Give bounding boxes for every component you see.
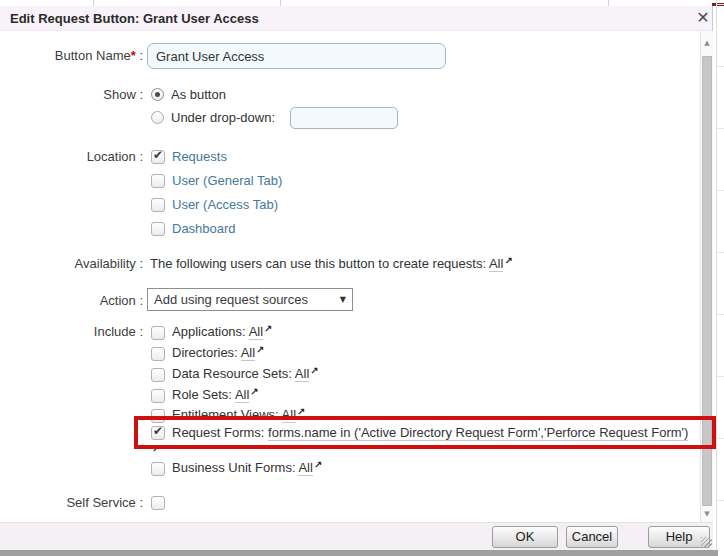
dialog-bottom-edge	[0, 550, 718, 556]
location-requests-checkbox[interactable]: ✔	[151, 150, 165, 164]
entitlement-views-all-link[interactable]: All	[282, 407, 296, 423]
include-request-forms-row: Request Forms: forms.name in ('Active Di…	[172, 424, 688, 441]
location-requests-link[interactable]: Requests	[172, 148, 227, 165]
external-link-icon[interactable]: ↗	[250, 386, 258, 397]
include-label: Include :	[0, 323, 143, 340]
include-data-resource-sets-row: Data Resource Sets: All↗	[172, 365, 319, 383]
cancel-button[interactable]: Cancel	[566, 526, 618, 548]
show-label: Show :	[0, 86, 143, 103]
ok-button[interactable]: OK	[492, 526, 558, 548]
request-forms-filter-link[interactable]: forms.name in ('Active Directory Request…	[268, 425, 688, 441]
dialog-titlebar: Edit Request Button: Grant User Access	[0, 6, 712, 31]
include-entitlement-views-checkbox[interactable]	[151, 409, 165, 423]
location-label: Location :	[0, 148, 143, 165]
required-asterisk: *	[131, 48, 136, 63]
include-directories-checkbox[interactable]	[151, 347, 165, 361]
button-name-label: Button Name* :	[0, 43, 143, 69]
chevron-down-icon: ▼	[340, 295, 346, 304]
external-link-icon[interactable]: ↗	[256, 344, 264, 355]
include-applications-row: Applications: All↗	[172, 323, 272, 341]
action-select[interactable]: Add using request sources ▼	[147, 288, 353, 311]
action-label: Action :	[0, 290, 143, 312]
external-link-icon[interactable]: ↗	[310, 365, 318, 376]
business-unit-forms-all-link[interactable]: All	[298, 460, 312, 476]
availability-all-link[interactable]: All	[489, 256, 503, 272]
under-dropdown-option-label[interactable]: Under drop-down:	[171, 109, 275, 126]
external-link-icon[interactable]: ↗	[152, 443, 160, 454]
location-dashboard-checkbox[interactable]	[151, 222, 165, 236]
external-link-icon[interactable]: ↗	[264, 323, 272, 334]
location-user-general-checkbox[interactable]	[151, 174, 165, 188]
external-link-icon[interactable]: ↗	[504, 255, 512, 266]
external-link-icon[interactable]: ↗	[314, 459, 322, 470]
resize-grip[interactable]	[701, 537, 712, 548]
scroll-down-icon[interactable]: ▼	[701, 510, 713, 518]
external-link-icon[interactable]: ↗	[297, 406, 305, 417]
scrollbar-thumb[interactable]	[702, 56, 712, 506]
scroll-up-icon[interactable]: ▲	[701, 39, 713, 47]
self-service-label: Self Service :	[0, 494, 143, 511]
include-directories-row: Directories: All↗	[172, 344, 265, 362]
include-entitlement-views-row: Entitlement Views: All↗	[172, 406, 305, 424]
check-icon: ✔	[153, 424, 163, 438]
location-dashboard-link[interactable]: Dashboard	[172, 220, 236, 237]
include-request-forms-checkbox[interactable]: ✔	[151, 426, 165, 440]
under-dropdown-input[interactable]	[290, 107, 398, 129]
as-button-radio[interactable]	[151, 88, 164, 101]
close-icon[interactable]: ✕	[694, 8, 712, 28]
data-resource-sets-all-link[interactable]: All	[295, 366, 309, 382]
under-dropdown-radio[interactable]	[151, 111, 164, 124]
dialog-title: Edit Request Button: Grant User Access	[10, 6, 259, 31]
include-data-resource-sets-checkbox[interactable]	[151, 368, 165, 382]
button-name-input[interactable]	[147, 43, 446, 69]
check-icon: ✔	[153, 148, 163, 162]
location-user-general-link[interactable]: User (General Tab)	[172, 172, 282, 189]
background-table-rows	[717, 4, 724, 544]
action-select-value: Add using request sources	[154, 292, 308, 307]
applications-all-link[interactable]: All	[249, 324, 263, 340]
directories-all-link[interactable]: All	[241, 345, 255, 361]
availability-text: The following users can use this button …	[150, 255, 513, 273]
include-role-sets-row: Role Sets: All↗	[172, 386, 259, 404]
include-business-unit-forms-checkbox[interactable]	[151, 462, 165, 476]
availability-label: Availability :	[0, 255, 143, 272]
screen: Edit Request Button: Grant User Access ✕…	[0, 0, 724, 556]
self-service-checkbox[interactable]	[151, 496, 165, 510]
include-business-unit-forms-row: Business Unit Forms: All↗	[172, 459, 322, 477]
vertical-scrollbar[interactable]: ▲ ▼	[700, 31, 713, 522]
location-user-access-link[interactable]: User (Access Tab)	[172, 196, 278, 213]
edit-request-button-dialog: Edit Request Button: Grant User Access ✕…	[0, 6, 713, 550]
include-role-sets-checkbox[interactable]	[151, 389, 165, 403]
role-sets-all-link[interactable]: All	[235, 387, 249, 403]
include-applications-checkbox[interactable]	[151, 326, 165, 340]
location-user-access-checkbox[interactable]	[151, 198, 165, 212]
as-button-option-label[interactable]: As button	[171, 86, 226, 103]
